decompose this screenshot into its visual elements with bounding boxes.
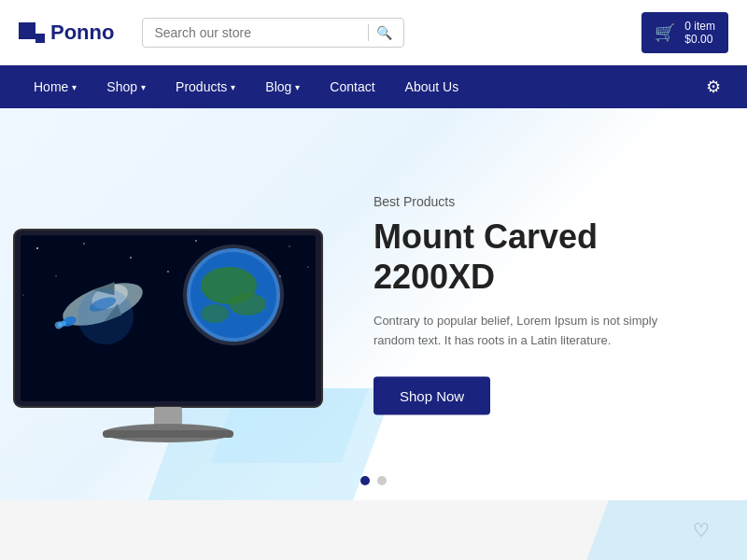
wishlist-icon[interactable]: ♡ (693, 519, 710, 541)
chevron-down-icon: ▾ (295, 82, 300, 92)
bottom-strip: ♡ (0, 500, 747, 560)
svg-point-8 (289, 245, 289, 246)
hero-section: Best Products Mount Carved 2200XD Contra… (0, 108, 747, 500)
logo-icon (19, 22, 45, 43)
dot-1[interactable] (360, 476, 370, 485)
nav-item-shop[interactable]: Shop ▾ (92, 65, 161, 108)
logo[interactable]: Ponno (19, 21, 114, 45)
svg-point-6 (195, 240, 197, 242)
hero-description: Contrary to popular belief, Lorem Ipsum … (374, 312, 691, 351)
svg-point-18 (201, 304, 229, 323)
hero-subtitle: Best Products (374, 194, 691, 209)
logo-text: Ponno (50, 21, 114, 45)
cart-icon: 🛒 (655, 22, 675, 43)
nav-item-products[interactable]: Products ▾ (161, 65, 250, 108)
search-input[interactable] (154, 25, 359, 40)
svg-point-3 (36, 247, 38, 249)
nav-item-contact[interactable]: Contact (315, 65, 389, 108)
svg-point-13 (22, 294, 23, 295)
search-divider (368, 24, 369, 41)
svg-rect-31 (103, 430, 233, 438)
hero-content: Best Products Mount Carved 2200XD Contra… (374, 194, 691, 415)
header: Ponno 🔍 🛒 0 item $0.00 (0, 0, 747, 65)
svg-point-12 (308, 267, 309, 268)
hero-dots (360, 476, 387, 485)
navbar: Home ▾ Shop ▾ Products ▾ Blog ▾ Contact … (0, 65, 747, 108)
search-icon[interactable]: 🔍 (376, 25, 392, 40)
shop-now-button[interactable]: Shop Now (374, 376, 490, 414)
cart-price: $0.00 (684, 33, 712, 46)
chevron-down-icon: ▾ (141, 82, 146, 92)
search-bar: 🔍 (142, 18, 403, 48)
product-image (9, 220, 327, 463)
nav-item-home[interactable]: Home ▾ (19, 65, 92, 108)
svg-point-10 (167, 271, 169, 273)
cart-button[interactable]: 🛒 0 item $0.00 (641, 12, 728, 53)
settings-icon[interactable]: ⚙ (698, 77, 728, 97)
chevron-down-icon: ▾ (72, 82, 77, 92)
svg-point-5 (130, 257, 132, 259)
hero-title: Mount Carved 2200XD (374, 217, 691, 297)
nav-item-about[interactable]: About Us (390, 65, 474, 108)
svg-point-17 (229, 293, 266, 315)
svg-point-28 (78, 288, 134, 344)
chevron-down-icon: ▾ (231, 82, 235, 92)
cart-info: 0 item $0.00 (684, 20, 715, 46)
svg-point-9 (55, 275, 56, 276)
dot-2[interactable] (377, 476, 387, 485)
bottom-shape (586, 500, 747, 560)
nav-item-blog[interactable]: Blog ▾ (250, 65, 315, 108)
cart-item-count: 0 item (684, 20, 715, 33)
svg-point-4 (83, 243, 85, 245)
